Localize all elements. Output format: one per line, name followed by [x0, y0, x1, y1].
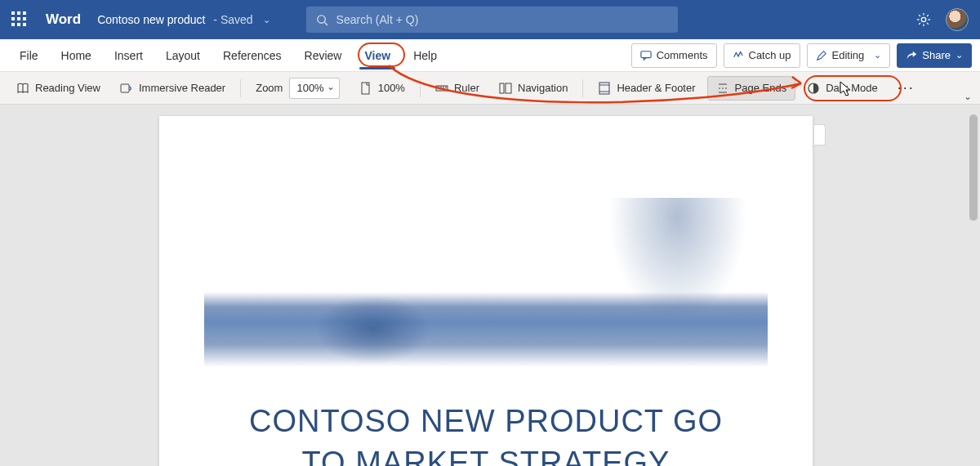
svg-rect-12	[121, 84, 129, 92]
document-heading: CONTOSO NEW PRODUCT GO TO MARKET STRATEG…	[204, 401, 768, 466]
page-ends-button[interactable]: Page Ends	[707, 76, 796, 101]
chevron-down-icon: ⌄	[874, 50, 881, 60]
book-icon	[16, 82, 29, 95]
header-footer-icon	[598, 82, 611, 95]
svg-line-8	[927, 23, 929, 25]
reading-view-button[interactable]: Reading View	[8, 76, 109, 101]
navigation-icon	[499, 82, 512, 95]
ribbon-view: Reading View Immersive Reader Zoom 100% …	[0, 72, 980, 105]
svg-rect-21	[599, 83, 609, 94]
svg-rect-19	[500, 83, 504, 93]
share-icon	[906, 50, 917, 61]
save-status: - Saved	[210, 13, 252, 26]
comments-button[interactable]: Comments	[631, 43, 717, 68]
page-icon	[359, 82, 372, 95]
page-ends-icon	[716, 82, 729, 95]
menu-tab-insert[interactable]: Insert	[103, 39, 154, 71]
menu-tab-layout[interactable]: Layout	[154, 39, 212, 71]
more-commands-button[interactable]: ···	[889, 79, 923, 96]
menu-tab-review[interactable]: Review	[293, 39, 354, 71]
svg-line-10	[919, 23, 920, 25]
zoom-100-button[interactable]: 100%	[351, 76, 413, 101]
menu-tab-help[interactable]: Help	[402, 39, 448, 71]
chevron-down-icon[interactable]: ⌄	[263, 15, 270, 25]
svg-rect-20	[506, 83, 511, 93]
collapse-ribbon-icon[interactable]: ⌄	[964, 91, 972, 102]
page-side-tab[interactable]	[814, 124, 826, 146]
search-icon	[316, 14, 328, 26]
svg-line-1	[324, 22, 327, 25]
document-title[interactable]: Contoso new product - Saved ⌄	[97, 13, 270, 26]
editing-mode-button[interactable]: Editing ⌄	[807, 43, 891, 68]
settings-gear-icon[interactable]	[916, 12, 931, 27]
navigation-button[interactable]: Navigation	[491, 76, 576, 101]
menu-tab-references[interactable]: References	[212, 39, 293, 71]
header-footer-button[interactable]: Header & Footer	[590, 76, 703, 101]
page[interactable]: CONTOSO NEW PRODUCT GO TO MARKET STRATEG…	[159, 116, 813, 466]
catchup-icon	[733, 50, 744, 61]
ruler-button[interactable]: Ruler	[427, 76, 488, 101]
menubar: FileHomeInsertLayoutReferencesReviewView…	[0, 39, 980, 72]
dark-mode-button[interactable]: Dark Mode	[799, 76, 886, 101]
svg-rect-13	[362, 83, 369, 94]
titlebar: Word Contoso new product - Saved ⌄ Searc…	[0, 0, 980, 39]
share-button[interactable]: Share ⌄	[897, 43, 972, 68]
zoom-control: Zoom 100%	[247, 76, 347, 101]
search-placeholder: Search (Alt + Q)	[336, 13, 419, 26]
immersive-icon	[120, 82, 133, 95]
svg-point-0	[317, 15, 324, 22]
doc-name: Contoso new product	[97, 13, 205, 26]
svg-line-7	[919, 15, 920, 16]
document-canvas[interactable]: CONTOSO NEW PRODUCT GO TO MARKET STRATEG…	[0, 105, 980, 466]
chevron-down-icon: ⌄	[956, 50, 963, 60]
search-input[interactable]: Search (Alt + Q)	[306, 7, 678, 33]
svg-rect-11	[641, 51, 651, 57]
menu-tab-home[interactable]: Home	[50, 39, 103, 71]
comment-icon	[640, 50, 652, 61]
zoom-select[interactable]: 100%	[289, 78, 339, 99]
pencil-icon	[816, 50, 827, 61]
user-avatar[interactable]	[946, 8, 969, 31]
app-name: Word	[46, 11, 81, 28]
app-launcher-icon[interactable]	[11, 11, 28, 28]
scrollbar-thumb[interactable]	[969, 114, 978, 221]
catchup-button[interactable]: Catch up	[724, 43, 800, 68]
svg-point-2	[921, 17, 925, 21]
menu-tab-view[interactable]: View	[353, 39, 402, 71]
ruler-icon	[435, 82, 448, 95]
svg-line-9	[927, 15, 929, 16]
hero-image	[204, 198, 768, 386]
immersive-reader-button[interactable]: Immersive Reader	[112, 76, 234, 101]
menu-tab-file[interactable]: File	[8, 39, 50, 71]
dark-mode-icon	[807, 82, 820, 95]
